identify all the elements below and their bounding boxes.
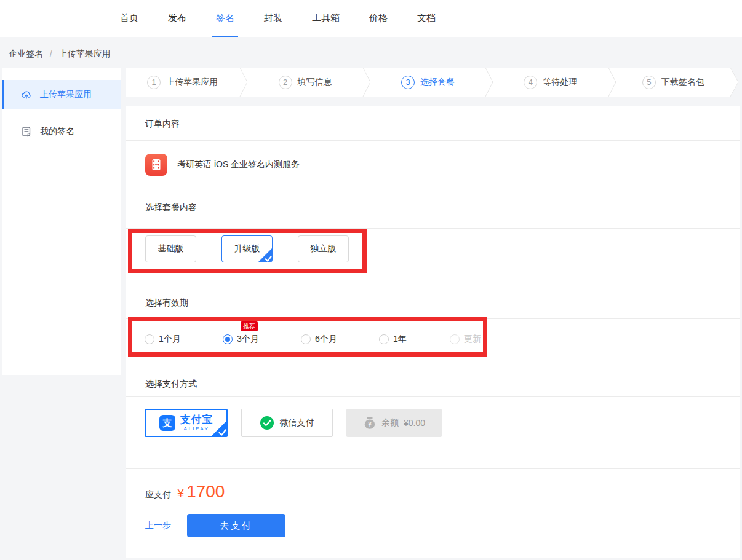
payment-method-label: 微信支付 (280, 417, 314, 428)
divider (126, 140, 740, 141)
package-option-standalone[interactable]: 独立版 (298, 235, 349, 262)
nav-item-pricing[interactable]: 价格 (369, 0, 388, 37)
step-label: 选择套餐 (420, 77, 455, 88)
chevron-separator-icon (239, 68, 248, 97)
chevron-end-cap-icon (730, 68, 740, 97)
divider (126, 468, 740, 469)
package-option-basic[interactable]: 基础版 (145, 235, 196, 262)
balance-amount: ¥0.00 (404, 418, 425, 428)
radio-disabled-icon (450, 334, 460, 344)
order-app-row: 考研英语 iOS 企业签名内测服务 (145, 154, 300, 176)
section-title-order: 订单内容 (145, 119, 180, 130)
nav-item-packaging[interactable]: 封装 (264, 0, 282, 37)
section-title-package: 选择套餐内容 (145, 202, 197, 213)
step-number: 5 (642, 76, 656, 89)
breadcrumb-separator: / (46, 49, 57, 58)
radio-icon (379, 334, 389, 344)
sidebar-item-upload-apple-app[interactable]: 上传苹果应用 (2, 80, 121, 109)
cloud-upload-icon (21, 89, 32, 100)
package-options-row: 基础版 升级版 独立版 (145, 235, 349, 262)
wechat-pay-icon (260, 416, 274, 430)
chevron-separator-icon (608, 68, 616, 97)
step-label: 下载签名包 (661, 77, 704, 88)
selected-check-icon (211, 420, 227, 436)
amount-due-label: 应支付 (145, 489, 171, 500)
divider (126, 191, 740, 191)
previous-step-link[interactable]: 上一步 (145, 520, 171, 531)
sidebar-item-label: 我的签名 (40, 126, 74, 137)
alipay-wordmark: 支付宝 ALIPAY (180, 414, 213, 432)
step-number: 2 (279, 76, 292, 89)
step-2-fill-info: 2 填写信息 (248, 76, 362, 89)
validity-option-3-months[interactable]: 3个月 (223, 334, 301, 345)
nav-item-toolbox[interactable]: 工具箱 (312, 0, 340, 37)
divider (126, 396, 740, 397)
payment-method-wechat[interactable]: 微信支付 (241, 409, 333, 437)
payment-methods-row: 支 支付宝 ALIPAY 微信支付 ¥ 余额 ¥0.00 (145, 409, 442, 437)
step-4-waiting: 4 等待处理 (493, 76, 607, 89)
step-number: 4 (524, 76, 537, 89)
package-option-upgrade[interactable]: 升级版 (221, 235, 273, 262)
sidebar: 上传苹果应用 我的签名 (2, 68, 121, 375)
money-bag-icon: ¥ (363, 416, 377, 430)
divider (126, 318, 740, 319)
validity-option-1-year[interactable]: 1年 (379, 334, 450, 345)
section-title-payment: 选择支付方式 (145, 379, 197, 390)
nav-item-docs[interactable]: 文档 (417, 0, 436, 37)
payment-method-alipay[interactable]: 支 支付宝 ALIPAY (145, 409, 228, 437)
step-label: 填写信息 (298, 77, 332, 88)
validity-option-renew: 更新 (450, 334, 481, 345)
order-card: 订单内容 考研英语 iOS 企业签名内测服务 选择套餐内容 基础版 升级版 (126, 106, 740, 558)
step-label: 上传苹果应用 (166, 77, 218, 88)
currency-symbol: ¥ (177, 486, 184, 500)
chevron-separator-icon (362, 68, 371, 97)
payment-method-label: 余额 (381, 417, 399, 428)
payment-method-balance: ¥ 余额 ¥0.00 (346, 409, 442, 437)
radio-label: 6个月 (315, 334, 337, 345)
sidebar-item-my-signatures[interactable]: 我的签名 (2, 118, 121, 145)
actions-row: 上一步 去支付 (145, 514, 285, 537)
divider (126, 228, 740, 229)
nav-item-signing[interactable]: 签名 (212, 0, 238, 37)
radio-label: 更新 (464, 334, 481, 345)
radio-label: 3个月 (237, 334, 259, 345)
validity-options-row: 1个月 3个月 6个月 1年 更新 (145, 328, 481, 350)
main-nav: 首页 发布 签名 封装 工具箱 价格 文档 (120, 0, 436, 37)
radio-label: 1个月 (159, 334, 181, 345)
selected-check-icon (258, 248, 273, 262)
step-1-upload: 1 上传苹果应用 (126, 76, 239, 89)
step-5-download: 5 下载签名包 (616, 76, 730, 89)
sidebar-item-label: 上传苹果应用 (40, 89, 92, 100)
nav-item-publish[interactable]: 发布 (168, 0, 186, 37)
validity-option-1-month[interactable]: 1个月 (145, 334, 223, 345)
step-progress-bar: 1 上传苹果应用 2 填写信息 3 选择套餐 4 等待处理 5 下载签名包 (126, 68, 740, 97)
step-number: 1 (147, 76, 161, 89)
film-app-icon (145, 154, 167, 176)
radio-selected-icon (223, 334, 233, 344)
validity-option-6-months[interactable]: 6个月 (301, 334, 379, 345)
payment-summary: 应支付 ¥ 1700 (145, 482, 225, 502)
radio-label: 1年 (393, 334, 407, 345)
package-option-label: 升级版 (234, 243, 260, 254)
top-nav-bar: 首页 发布 签名 封装 工具箱 价格 文档 (0, 0, 742, 37)
go-pay-button[interactable]: 去支付 (187, 514, 285, 537)
order-app-name: 考研英语 iOS 企业签名内测服务 (177, 159, 300, 170)
step-label: 等待处理 (543, 77, 577, 88)
breadcrumb-current: 上传苹果应用 (59, 49, 111, 58)
step-number: 3 (401, 76, 415, 89)
breadcrumb-parent[interactable]: 企业签名 (9, 49, 43, 58)
step-3-choose-plan: 3 选择套餐 (371, 76, 485, 89)
chevron-separator-icon (485, 68, 493, 97)
radio-icon (145, 334, 154, 344)
radio-icon (301, 334, 311, 344)
section-title-validity: 选择有效期 (145, 298, 188, 309)
nav-item-home[interactable]: 首页 (120, 0, 138, 37)
alipay-logo-icon: 支 (159, 415, 175, 431)
breadcrumb: 企业签名 / 上传苹果应用 (9, 49, 111, 60)
amount-due-value: 1700 (186, 482, 225, 502)
signature-document-icon (21, 126, 32, 137)
svg-text:¥: ¥ (367, 421, 372, 428)
